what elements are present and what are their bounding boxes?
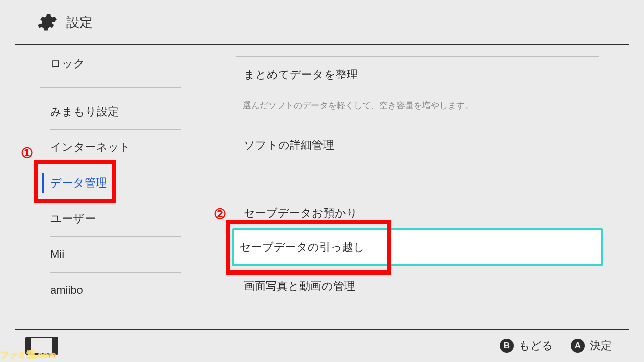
hint-a: A 決定 bbox=[571, 338, 612, 353]
row-organize[interactable]: まとめてデータを整理 bbox=[236, 57, 599, 93]
hint-a-label: 決定 bbox=[590, 338, 612, 353]
page-title: 設定 bbox=[66, 14, 93, 31]
sidebar-item-mii[interactable]: Mii bbox=[15, 237, 206, 272]
footer-bar: B もどる A 決定 bbox=[15, 329, 629, 362]
controller-icon bbox=[25, 337, 58, 355]
annotation-marker-2: ② bbox=[211, 205, 228, 222]
organize-helper-text: 選んだソフトのデータを軽くして、空き容量を増やします。 bbox=[243, 100, 599, 111]
settings-sidebar: ロック みまもり設定 インターネット データ管理 ユーザー Mii amiibo bbox=[15, 46, 206, 329]
b-button-icon: B bbox=[500, 339, 514, 353]
gear-icon bbox=[35, 11, 57, 33]
a-button-icon: A bbox=[571, 339, 585, 353]
sidebar-item-data[interactable]: データ管理 bbox=[15, 165, 206, 201]
hint-b: B もどる bbox=[500, 338, 553, 353]
detail-panel: まとめてデータを整理 選んだソフトのデータを軽くして、空き容量を増やします。 ソ… bbox=[211, 46, 629, 329]
row-detail[interactable]: ソフトの詳細管理 bbox=[236, 128, 599, 163]
sidebar-item-internet[interactable]: インターネット bbox=[15, 130, 206, 165]
sidebar-item-lock[interactable]: ロック bbox=[15, 46, 206, 81]
row-cloud[interactable]: セーブデータお預かり bbox=[236, 196, 599, 231]
sidebar-item-amiibo[interactable]: amiibo bbox=[15, 273, 206, 308]
row-album[interactable]: 画面写真と動画の管理 bbox=[236, 268, 599, 304]
sidebar-item-user[interactable]: ユーザー bbox=[15, 201, 206, 236]
annotation-marker-1: ① bbox=[18, 144, 35, 161]
hint-b-label: もどる bbox=[519, 338, 553, 353]
row-transfer[interactable]: セーブデータの引っ越し bbox=[232, 228, 603, 266]
sidebar-item-parental[interactable]: みまもり設定 bbox=[15, 94, 206, 129]
